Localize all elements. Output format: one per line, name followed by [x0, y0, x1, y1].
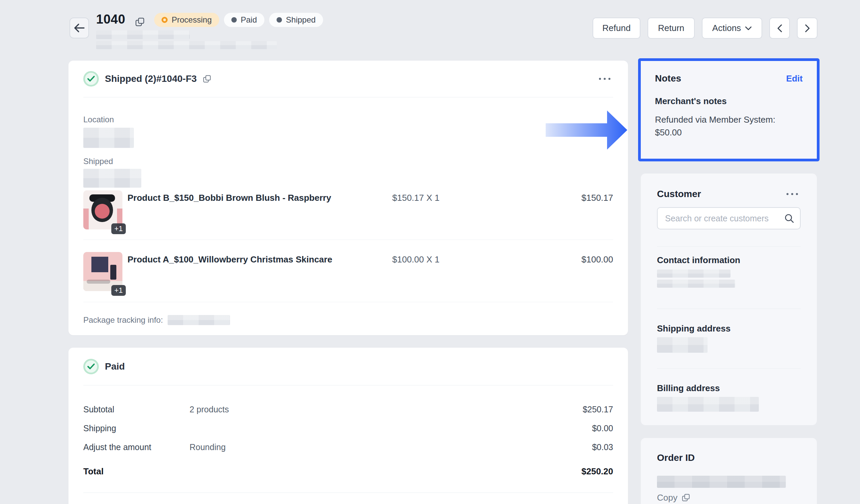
badge-processing-label: Processing — [172, 15, 212, 25]
payment-title: Paid — [105, 361, 125, 372]
location-label: Location — [83, 115, 613, 124]
payment-row-shipping: Shipping $0.00 — [83, 423, 613, 433]
product-row: +1 Product B_$150_Bobbi Brown Blush - Ra… — [83, 190, 613, 239]
merchant-notes-label: Merchant's notes — [655, 96, 803, 106]
fulfillment-card-header: Shipped (2)#1040-F3 — [83, 61, 613, 97]
badge-processing: Processing — [154, 13, 219, 27]
back-button[interactable] — [70, 17, 89, 39]
more-items-badge: +1 — [111, 285, 126, 296]
notes-card-header: Notes Edit — [655, 73, 803, 84]
customer-card-header: Customer — [657, 174, 801, 200]
copy-order-number-icon[interactable] — [135, 17, 145, 27]
package-tracking-row: Package tracking info: — [83, 302, 613, 325]
adjustment-value: $0.03 — [539, 442, 613, 452]
badge-paid: Paid — [224, 13, 264, 27]
product-price-qty: $150.17 X 1 — [392, 190, 537, 203]
header-actions: Refund Return Actions — [592, 17, 817, 39]
processing-dot-icon — [161, 17, 168, 23]
status-badges: Processing Paid Shipped — [154, 13, 323, 27]
more-items-badge: +1 — [111, 223, 126, 234]
chevron-left-icon — [777, 24, 782, 32]
divider — [657, 246, 801, 247]
payment-card: Paid Subtotal 2 products $250.17 Shippin… — [69, 348, 628, 504]
fulfillment-title: Shipped (2)#1040-F3 — [105, 73, 197, 84]
copy-icon — [682, 493, 690, 502]
shipped-date-label: Shipped — [83, 157, 613, 166]
product-line-total: $100.00 — [542, 252, 613, 265]
order-id-title: Order ID — [657, 438, 801, 463]
notes-card: Notes Edit Merchant's notes Refunded via… — [638, 58, 819, 161]
customer-search-input[interactable] — [657, 207, 801, 229]
redacted-billing-address — [657, 397, 759, 412]
merchant-notes-text: Refunded via Member System: $50.00 — [655, 113, 797, 139]
badge-shipped: Shipped — [269, 13, 323, 27]
chevron-right-icon — [805, 24, 810, 32]
redacted-order-meta — [96, 41, 277, 49]
page-title: 1040 — [96, 12, 126, 27]
total-value: $250.20 — [539, 466, 613, 476]
previous-order-button[interactable] — [769, 17, 790, 39]
search-icon — [784, 213, 794, 224]
divider — [83, 492, 613, 493]
payment-row-subtotal: Subtotal 2 products $250.17 — [83, 404, 613, 414]
contact-information-heading: Contact information — [657, 255, 801, 266]
shipping-address-heading: Shipping address — [657, 323, 801, 334]
chevron-down-icon — [745, 26, 752, 30]
actions-button[interactable]: Actions — [702, 17, 762, 39]
redacted-tracking-number — [168, 315, 230, 325]
divider — [657, 309, 801, 309]
payment-row-total: Total $250.20 — [83, 466, 613, 476]
redacted-order-date — [96, 30, 190, 39]
redacted-shipped-value — [83, 169, 141, 188]
product-name: Product A_$100_Willowberry Christmas Ski… — [128, 252, 387, 265]
product-line-total: $150.17 — [542, 190, 613, 203]
redacted-location-value — [83, 128, 134, 148]
divider — [83, 385, 613, 385]
adjustment-label: Adjust the amount — [83, 442, 189, 452]
refund-button[interactable]: Refund — [592, 17, 641, 39]
badge-shipped-label: Shipped — [286, 15, 316, 25]
customer-title: Customer — [657, 188, 701, 200]
fulfillment-status-icon — [83, 71, 99, 87]
subtotal-detail: 2 products — [189, 404, 539, 414]
divider — [83, 97, 613, 98]
customer-menu-button[interactable] — [784, 190, 801, 198]
product-price-qty: $100.00 X 1 — [392, 252, 537, 265]
fulfillment-menu-button[interactable] — [596, 74, 613, 83]
fulfillment-card: Shipped (2)#1040-F3 Location Shipped +1 … — [69, 61, 628, 335]
shipping-label: Shipping — [83, 423, 189, 433]
product-row: +1 Product A_$100_Willowberry Christmas … — [83, 240, 613, 302]
billing-address-heading: Billing address — [657, 383, 801, 394]
shipping-value: $0.00 — [539, 423, 613, 433]
actions-button-label: Actions — [712, 23, 741, 33]
badge-paid-label: Paid — [241, 15, 257, 25]
return-button[interactable]: Return — [647, 17, 695, 39]
adjustment-detail: Rounding — [189, 442, 539, 452]
order-id-card: Order ID Copy — [641, 438, 817, 504]
payment-card-header: Paid — [83, 348, 613, 385]
divider — [657, 368, 801, 369]
paid-dot-icon — [231, 17, 237, 23]
customer-search — [657, 207, 801, 229]
redacted-order-id-value — [657, 476, 786, 488]
payment-row-adjustment: Adjust the amount Rounding $0.03 — [83, 442, 613, 452]
copy-fulfillment-number-icon[interactable] — [203, 74, 212, 83]
payment-status-icon — [83, 359, 99, 374]
subtotal-label: Subtotal — [83, 404, 189, 414]
customer-card: Customer Contact information Shipping ad… — [641, 174, 817, 425]
redacted-shipping-address — [657, 337, 707, 353]
product-thumbnail: +1 — [83, 190, 123, 229]
total-label: Total — [83, 466, 189, 476]
product-thumbnail: +1 — [83, 252, 123, 291]
back-arrow-icon — [73, 23, 85, 33]
notes-edit-link[interactable]: Edit — [786, 73, 803, 84]
copy-order-id-label: Copy — [657, 492, 677, 503]
copy-order-id-button[interactable]: Copy — [657, 492, 801, 503]
shipped-dot-icon — [276, 17, 282, 23]
subtotal-value: $250.17 — [539, 404, 613, 414]
notes-title: Notes — [655, 73, 681, 84]
next-order-button[interactable] — [797, 17, 817, 39]
redacted-contact-name — [657, 269, 731, 278]
product-name: Product B_$150_Bobbi Brown Blush - Raspb… — [128, 190, 387, 203]
package-tracking-label: Package tracking info: — [83, 315, 163, 325]
